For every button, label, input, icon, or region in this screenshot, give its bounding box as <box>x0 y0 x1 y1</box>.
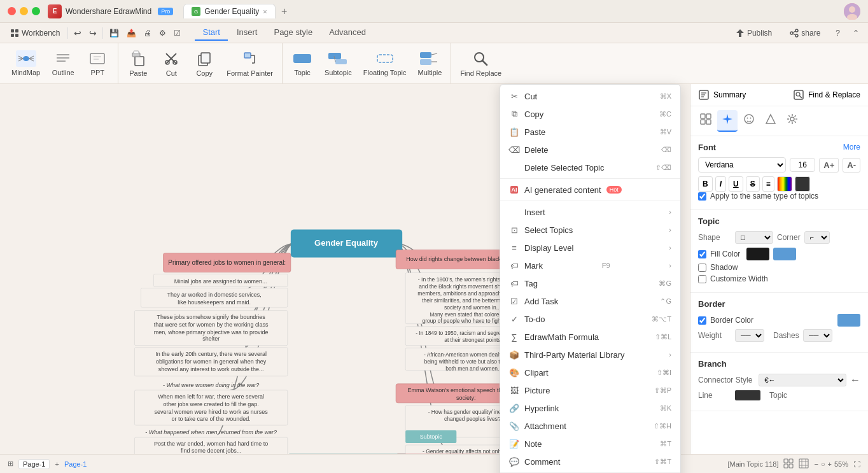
floating-topic-button[interactable]: Floating Topic <box>358 47 412 80</box>
fill-color-black-swatch[interactable] <box>746 248 769 260</box>
menu-item-clipart[interactable]: 🎨 Clipart ⇧⌘I <box>500 364 680 381</box>
align-button[interactable]: ≡ <box>762 176 774 192</box>
fill-color-blue-swatch[interactable] <box>773 248 796 260</box>
cut-button[interactable]: Cut <box>155 46 187 81</box>
underline-button[interactable]: U <box>729 176 743 192</box>
menu-item-tag[interactable]: 🏷 Tag ⌘G <box>500 274 680 292</box>
view-toggle-button[interactable] <box>783 458 794 470</box>
new-tab-button[interactable]: + <box>277 4 292 19</box>
tab-close-button[interactable]: × <box>263 8 267 15</box>
menu-cut-label: Cut <box>524 92 537 101</box>
font-size-input[interactable] <box>790 158 815 172</box>
expand-icon[interactable]: ⊞ <box>8 460 13 468</box>
avatar[interactable] <box>844 3 860 20</box>
apply-same-type-checkbox[interactable] <box>698 192 706 201</box>
menu-item-third-party[interactable]: 📦 Third-Party Material Library › <box>500 346 680 364</box>
current-page-indicator[interactable]: Page-1 <box>64 460 87 468</box>
publish-button[interactable]: Publish <box>729 26 778 40</box>
more-button[interactable]: More <box>843 143 860 152</box>
font-name-select[interactable]: Verdana <box>698 157 786 173</box>
connector-style-select[interactable]: €← <box>759 374 846 386</box>
strikethrough-button[interactable]: S <box>746 176 760 192</box>
save-button[interactable]: 💾 <box>106 27 123 39</box>
tab-page-style[interactable]: Page style <box>266 25 320 41</box>
undo-button[interactable]: ↩ <box>71 26 85 40</box>
outline-view-button[interactable]: Outline <box>46 46 80 80</box>
panel-tab-shape[interactable] <box>760 110 781 132</box>
panel-tab-settings[interactable] <box>782 110 802 132</box>
border-color-swatch[interactable] <box>837 314 860 327</box>
menu-item-insert[interactable]: Insert › <box>500 203 680 221</box>
menu-item-todo[interactable]: ✓ To-do ⌘⌥T <box>500 310 680 328</box>
menu-item-hyperlink[interactable]: 🔗 Hyperlink ⌘K <box>500 399 680 417</box>
menu-item-comment[interactable]: 💬 Comment ⇧⌘T <box>500 453 680 470</box>
menu-item-delete-selected[interactable]: Delete Selected Topic ⇧⌫ <box>500 159 680 176</box>
subtopic-button[interactable]: Subtopic <box>319 47 357 80</box>
svg-text:Minial jobs are assigned to wo: Minial jobs are assigned to women... <box>174 278 267 285</box>
fit-screen-button[interactable]: ⛶ <box>853 460 860 468</box>
panel-tab-sparkle[interactable] <box>717 110 738 132</box>
help-button[interactable]: ? <box>832 27 844 39</box>
menu-item-cut[interactable]: ✂ Cut ⌘X <box>500 87 680 105</box>
font-color-picker[interactable] <box>777 176 792 192</box>
expand-button[interactable]: ⌃ <box>849 27 863 39</box>
tab-start[interactable]: Start <box>195 25 227 41</box>
zoom-plus-button[interactable]: + <box>828 460 832 468</box>
font-size-decrease-button[interactable]: A- <box>843 158 860 173</box>
workbench-button[interactable]: Workbench <box>5 26 65 40</box>
shadow-checkbox[interactable] <box>698 264 706 272</box>
minimize-window-button[interactable] <box>20 7 28 15</box>
menu-item-ai[interactable]: AI AI generated content Hot <box>500 181 680 199</box>
panel-tab-emoji[interactable] <box>739 110 759 132</box>
font-size-increase-button[interactable]: A+ <box>819 158 839 173</box>
add-page-button[interactable]: + <box>55 460 59 468</box>
menu-item-delete[interactable]: ⌫ Delete ⌫ <box>500 141 680 159</box>
weight-select[interactable]: ── <box>735 329 764 342</box>
ppt-view-button[interactable]: PPT <box>81 46 114 80</box>
bold-button[interactable]: B <box>698 176 713 192</box>
border-color-checkbox[interactable] <box>698 316 706 325</box>
italic-button[interactable]: I <box>715 176 726 192</box>
menu-item-attachment[interactable]: 📎 Attachment ⇧⌘H <box>500 417 680 435</box>
maximize-window-button[interactable] <box>32 7 40 15</box>
settings-button[interactable]: ⚙ <box>155 27 170 39</box>
tab-insert[interactable]: Insert <box>229 25 265 41</box>
svg-point-126 <box>790 117 794 121</box>
export-button[interactable]: 📤 <box>123 27 140 39</box>
menu-item-paste[interactable]: 📋 Paste ⌘V <box>500 123 680 141</box>
corner-select[interactable]: ⌐ <box>804 231 830 244</box>
menu-item-mark[interactable]: 🏷 Mark F9 › <box>500 257 680 274</box>
menu-item-copy[interactable]: ⧉ Copy ⌘C <box>500 105 680 123</box>
find-replace-button[interactable]: Find Replace <box>455 46 507 81</box>
paste-button[interactable]: Paste <box>122 46 154 81</box>
topic-button[interactable]: Topic <box>286 47 318 80</box>
zoom-minus-button[interactable]: − <box>814 460 818 468</box>
checkbox-button[interactable]: ☑ <box>170 27 185 39</box>
svg-line-45 <box>431 53 437 55</box>
multiple-button[interactable]: Multiple <box>412 47 447 80</box>
share-button[interactable]: share <box>783 26 827 40</box>
grid-button[interactable] <box>799 458 809 470</box>
mindmap-view-button[interactable]: MindMap <box>6 46 45 80</box>
menu-item-display-level[interactable]: ≡ Display Level › <box>500 239 680 257</box>
close-window-button[interactable] <box>8 7 16 15</box>
menu-item-note[interactable]: 📝 Note ⌘T <box>500 435 680 453</box>
customize-width-checkbox[interactable] <box>698 275 706 283</box>
highlight-color-picker[interactable] <box>795 176 810 192</box>
menu-item-select-topics[interactable]: ⊡ Select Topics › <box>500 221 680 239</box>
menu-item-add-task[interactable]: ☑ Add Task ⌃G <box>500 292 680 310</box>
fill-color-checkbox[interactable] <box>698 250 706 258</box>
tab-advanced[interactable]: Advanced <box>321 25 374 41</box>
format-painter-button[interactable]: Format Painter <box>221 46 278 81</box>
panel-tab-layout[interactable] <box>696 110 716 132</box>
shape-select[interactable]: □ <box>735 231 773 244</box>
menu-item-edrawmath[interactable]: ∑ EdrawMath Formula ⇧⌘L <box>500 328 680 346</box>
line-color-swatch[interactable] <box>735 390 760 400</box>
copy-button[interactable]: Copy <box>188 46 220 81</box>
redo-button[interactable]: ↪ <box>86 26 100 40</box>
print-button[interactable]: 🖨 <box>140 27 155 39</box>
page-tab[interactable]: Page-1 <box>18 459 50 469</box>
dashes-select[interactable]: ── <box>803 329 832 342</box>
menu-item-picture[interactable]: 🖼 Picture ⇧⌘P <box>500 381 680 399</box>
tab-gender-equality[interactable]: G Gender Equality × <box>183 4 276 18</box>
